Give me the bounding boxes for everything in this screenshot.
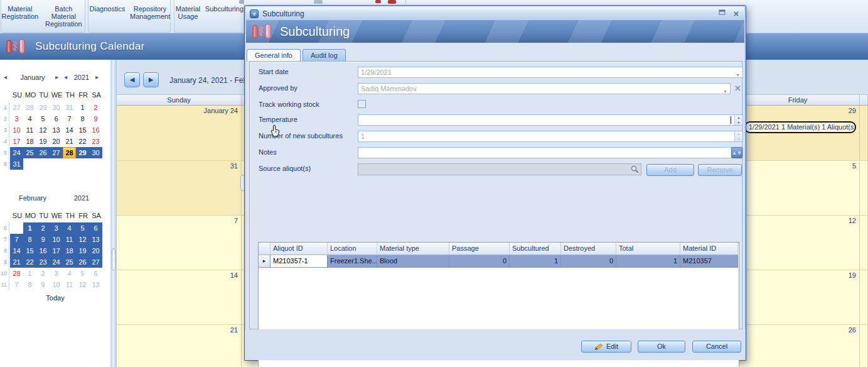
tab-audit-log[interactable]: Audit log (303, 49, 346, 61)
day-cell[interactable]: 17 (10, 136, 23, 147)
day-cell[interactable]: 26 (36, 147, 50, 158)
day-cell[interactable] (36, 158, 50, 170)
day-cell[interactable]: 1 (23, 222, 36, 234)
calendar-day-cell[interactable] (860, 161, 868, 216)
day-cell[interactable]: 21 (63, 136, 76, 147)
day-cell[interactable] (50, 158, 63, 170)
day-cell[interactable]: 10 (50, 234, 63, 245)
approved-by-field[interactable]: Sadiq Məmmədov ▼ ✕ (358, 83, 731, 94)
track-working-stock-checkbox[interactable] (358, 100, 366, 108)
day-cell[interactable]: 9 (36, 279, 50, 290)
day-cell[interactable]: 3 (50, 268, 63, 279)
calendar-day-cell[interactable]: 14 (117, 270, 242, 325)
calendar-day-cell[interactable] (860, 216, 868, 270)
edit-button[interactable]: Edit (581, 341, 631, 353)
calendar-day-cell[interactable]: 21 (117, 325, 242, 367)
day-cell[interactable]: 1 (76, 102, 89, 113)
day-cell[interactable] (63, 158, 76, 170)
start-date-field[interactable]: 1/29/2021 ▼ (358, 67, 743, 78)
day-cell[interactable]: 8 (23, 279, 36, 290)
calendar-day-cell[interactable] (860, 270, 868, 325)
tab-general-info[interactable]: General info (247, 49, 301, 62)
day-cell[interactable]: 23 (89, 136, 102, 147)
calendar-day-cell[interactable]: 7 (117, 216, 242, 270)
day-cell[interactable]: 22 (23, 256, 36, 268)
prev-month-arrow-icon[interactable]: ◂ (4, 74, 7, 80)
day-cell[interactable]: 11 (23, 124, 36, 136)
table-row[interactable]: ▸M210357-1Freezer1.She...Blood0101M21035… (259, 255, 739, 268)
today-button[interactable]: Today (0, 294, 110, 302)
column-header[interactable]: Total (616, 243, 680, 255)
day-cell[interactable]: 16 (36, 245, 50, 256)
day-cell[interactable]: 5 (36, 113, 50, 124)
day-cell[interactable]: 2 (36, 222, 50, 234)
day-cell[interactable]: 3 (10, 113, 23, 124)
day-cell[interactable]: 21 (10, 256, 23, 268)
day-cell[interactable]: 19 (76, 245, 89, 256)
day-cell[interactable]: 27 (10, 102, 23, 113)
column-header[interactable]: Passage (449, 243, 510, 255)
day-cell[interactable]: 15 (23, 245, 36, 256)
previous-period-button[interactable]: ◀ (124, 72, 140, 87)
day-cell[interactable]: 7 (10, 279, 23, 290)
day-cell[interactable]: 3 (50, 222, 63, 234)
day-cell[interactable]: 6 (89, 268, 102, 279)
day-cell[interactable]: 27 (89, 256, 102, 268)
column-header[interactable]: Material ID (680, 243, 738, 255)
num-subcultures-spinner[interactable]: ▲▼ (734, 131, 742, 141)
notes-field[interactable]: ▲▼ (358, 147, 743, 158)
day-cell[interactable]: 5 (76, 268, 89, 279)
chevron-down-icon[interactable]: ▼ (723, 87, 727, 97)
calendar-day-cell[interactable]: 31 (117, 161, 242, 216)
day-cell[interactable]: 23 (36, 256, 50, 268)
calendar-day-cell[interactable] (860, 106, 868, 161)
next-period-button[interactable]: ▶ (143, 72, 159, 87)
day-cell[interactable]: 2 (89, 102, 102, 113)
next-month-arrow-icon[interactable]: ▸ (55, 74, 58, 80)
calendar-day-cell[interactable]: 19 (736, 270, 860, 325)
day-cell[interactable]: 11 (63, 279, 76, 290)
day-cell[interactable]: 20 (89, 245, 102, 256)
ribbon-item-material-registration[interactable]: Material Registration (1, 5, 39, 32)
day-cell[interactable]: 25 (63, 256, 76, 268)
day-cell[interactable]: 13 (50, 124, 63, 136)
calendar-day-cell[interactable] (860, 325, 868, 367)
day-cell[interactable]: 18 (23, 136, 36, 147)
day-cell[interactable]: 11 (63, 234, 76, 245)
column-header[interactable]: Aliquot ID (271, 243, 328, 255)
remove-button[interactable]: Remove (698, 164, 742, 176)
ribbon-item-material-usage[interactable]: Material Usage (174, 5, 201, 32)
sidebar-splitter[interactable]: ⋮⋮ (110, 60, 117, 367)
day-cell[interactable]: 17 (50, 245, 63, 256)
day-cell[interactable]: 13 (89, 234, 102, 245)
splitter-grip-icon[interactable]: ⋮⋮ (112, 248, 115, 271)
day-cell[interactable]: 12 (76, 234, 89, 245)
calendar-event[interactable]: 1/29/2021 1 Material(s) 1 Aliquot(s... (744, 121, 856, 133)
day-cell[interactable]: 8 (76, 113, 89, 124)
day-cell[interactable]: 10 (50, 279, 63, 290)
day-cell[interactable]: 9 (36, 234, 50, 245)
day-cell[interactable]: 27 (50, 147, 63, 158)
day-cell[interactable]: 1 (23, 268, 36, 279)
cancel-button[interactable]: Cancel (692, 341, 741, 353)
search-icon[interactable] (630, 165, 640, 177)
column-header[interactable]: Destroyed (561, 243, 616, 255)
ok-button[interactable]: Ok (638, 341, 685, 353)
temperature-field[interactable]: ▲▼ (358, 114, 743, 126)
ribbon-item-subculturing[interactable]: Subculturing (205, 5, 244, 32)
day-cell[interactable]: 26 (76, 256, 89, 268)
ribbon-item-repository-management[interactable]: Repository Management (130, 5, 170, 32)
calendar-day-cell[interactable]: 5 (736, 161, 860, 216)
num-subcultures-field[interactable]: 1 ▲▼ (358, 131, 743, 142)
day-cell[interactable]: 10 (10, 124, 23, 136)
day-cell[interactable]: 9 (89, 113, 102, 124)
add-button[interactable]: Add (646, 164, 694, 176)
ribbon-item-batch-material-registration[interactable]: Batch Material Registration (43, 5, 85, 32)
calendar-day-cell[interactable]: January 24 (117, 106, 242, 161)
day-cell[interactable]: 4 (63, 222, 76, 234)
column-header[interactable]: Subcultured (510, 243, 561, 255)
day-cell[interactable] (89, 158, 102, 170)
calendar-day-cell[interactable]: 29 (736, 106, 860, 161)
day-cell[interactable]: 29 (76, 147, 89, 158)
next-year-arrow-icon[interactable]: ▸ (95, 74, 99, 80)
